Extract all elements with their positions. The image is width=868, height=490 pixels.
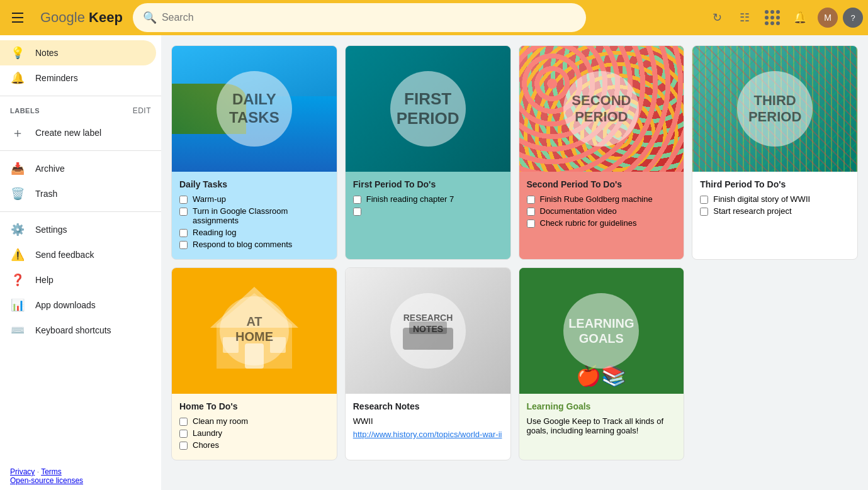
item-text: Reading log <box>193 228 236 237</box>
sidebar-item-help[interactable]: ❓ Help <box>0 267 156 292</box>
search-bar[interactable]: 🔍 <box>133 3 586 32</box>
item-text: Turn in Google Classroom assignments <box>193 206 329 225</box>
checkbox[interactable] <box>179 241 188 249</box>
sidebar-footer: Privacy · Terms Open-source licenses <box>0 462 161 490</box>
research-link[interactable]: http://www.history.com/topics/world-war-… <box>353 430 502 439</box>
note-card-research[interactable]: RESEARCH NOTES Research Notes WWII http:… <box>345 267 511 460</box>
sidebar-item-feedback[interactable]: ⚠️ Send feedback <box>0 242 156 267</box>
note-card-home[interactable]: AT HOME Home To Do's Clean my room Laund… <box>171 267 337 460</box>
menu-button[interactable] <box>5 5 30 30</box>
note-title-home: Home To Do's <box>179 401 329 411</box>
checkbox[interactable] <box>179 442 188 450</box>
create-new-label[interactable]: ＋ Create new label <box>0 120 161 145</box>
reminder-icon: 🔔 <box>10 70 25 86</box>
bell-icon: 🔔 <box>793 11 807 25</box>
note-body-second: Second Period To Do's Finish Rube Goldbe… <box>519 172 684 238</box>
note-image-research: RESEARCH NOTES <box>346 268 510 394</box>
item-text: Check rubric for guidelines <box>540 218 637 228</box>
refresh-button[interactable]: ↻ <box>704 5 730 30</box>
edit-labels-button[interactable]: EDIT <box>133 106 151 115</box>
note-card-first-period[interactable]: FIRSTPERIOD First Period To Do's Finish … <box>345 45 511 260</box>
checkbox[interactable] <box>179 196 188 204</box>
checkbox[interactable] <box>527 208 535 216</box>
svg-text:NOTES: NOTES <box>413 324 443 334</box>
topbar: Google Keep 🔍 ↻ ☷ 🔔 M ? <box>0 0 868 35</box>
search-icon: 🔍 <box>143 11 157 25</box>
note-title-research: Research Notes <box>353 401 503 411</box>
item-text: Clean my room <box>193 416 248 426</box>
privacy-link[interactable]: Privacy <box>10 467 35 476</box>
note-body-third: Third Period To Do's Finish digital stor… <box>692 172 857 226</box>
help-icon: ❓ <box>10 272 25 287</box>
sidebar-item-notes[interactable]: 💡 Notes <box>0 40 156 65</box>
list-item: Check rubric for guidelines <box>527 218 677 228</box>
sidebar: 💡 Notes 🔔 Reminders Labels EDIT ＋ Create… <box>0 35 161 490</box>
logo-text: Google Keep <box>40 9 123 26</box>
list-item: Clean my room <box>179 416 329 426</box>
help-button[interactable]: ? <box>843 8 863 28</box>
list-item: Finish reading chapter 7 <box>353 194 503 204</box>
note-card-third-period[interactable]: THIRDPERIOD Third Period To Do's Finish … <box>692 45 858 260</box>
note-title-daily: Daily Tasks <box>179 179 329 189</box>
checkbox[interactable] <box>700 208 708 216</box>
view-toggle-button[interactable]: ☷ <box>732 5 757 30</box>
note-title-third: Third Period To Do's <box>700 179 850 189</box>
keyboard-icon: ⌨️ <box>10 323 25 338</box>
sidebar-archive-label: Archive <box>35 164 65 174</box>
checkbox[interactable] <box>179 418 188 426</box>
notes-grid: DAILYTASKS Daily Tasks Warm-up Turn in G… <box>171 45 858 460</box>
checkbox[interactable] <box>179 208 188 216</box>
note-card-goals[interactable]: 🍎📚 LEARNINGGOALS Learning Goals Use Goog… <box>519 267 685 460</box>
item-text: Warm-up <box>193 194 226 204</box>
sidebar-item-settings[interactable]: ⚙️ Settings <box>0 217 156 242</box>
download-icon: 📊 <box>10 298 25 313</box>
notifications-button[interactable]: 🔔 <box>787 5 813 30</box>
list-item: Finish Rube Goldberg machine <box>527 194 677 204</box>
checkbox[interactable] <box>179 430 188 438</box>
third-period-img-text: THIRDPERIOD <box>737 71 813 147</box>
account-button[interactable]: M <box>815 5 840 30</box>
sidebar-item-keyboard[interactable]: ⌨️ Keyboard shortcuts <box>0 318 156 343</box>
note-image-goals: 🍎📚 LEARNINGGOALS <box>519 268 684 394</box>
sidebar-item-archive[interactable]: 📥 Archive <box>0 156 156 181</box>
note-card-daily-tasks[interactable]: DAILYTASKS Daily Tasks Warm-up Turn in G… <box>171 45 337 260</box>
sidebar-item-trash[interactable]: 🗑️ Trash <box>0 181 156 206</box>
sidebar-help-label: Help <box>35 275 54 285</box>
checkbox[interactable] <box>179 229 188 237</box>
item-text: Documentation video <box>540 206 617 216</box>
note-body-daily: Daily Tasks Warm-up Turn in Google Class… <box>172 172 337 259</box>
oss-link[interactable]: Open-source licenses <box>10 476 83 485</box>
settings-icon: ⚙️ <box>10 222 25 237</box>
note-image-first: FIRSTPERIOD <box>346 46 510 172</box>
sidebar-app-downloads-label: App downloads <box>35 300 96 310</box>
sidebar-item-reminders[interactable]: 🔔 Reminders <box>0 65 156 91</box>
list-item: Chores <box>179 440 329 450</box>
checkbox[interactable] <box>353 196 361 204</box>
note-title-second: Second Period To Do's <box>527 179 677 189</box>
home-illustration: AT HOME <box>204 281 305 381</box>
terms-link[interactable]: Terms <box>41 467 62 476</box>
note-body-home: Home To Do's Clean my room Laundry Chore… <box>172 394 337 460</box>
checkbox[interactable] <box>527 196 535 204</box>
item-text: Finish digital story of WWII <box>713 194 810 204</box>
checkbox[interactable] <box>527 220 535 228</box>
list-item: Warm-up <box>179 194 329 204</box>
sidebar-trash-label: Trash <box>35 189 57 199</box>
item-text: Laundry <box>193 428 222 438</box>
list-item: Documentation video <box>527 206 677 216</box>
apps-icon <box>765 10 780 25</box>
search-input[interactable] <box>162 12 576 23</box>
note-card-second-period[interactable]: SECONDPERIOD Second Period To Do's Finis… <box>519 45 685 260</box>
sidebar-notes-label: Notes <box>35 48 59 58</box>
item-text: Finish reading chapter 7 <box>366 194 454 204</box>
research-illustration: RESEARCH NOTES <box>378 281 478 381</box>
note-body-goals: Learning Goals Use Google Keep to Track … <box>519 394 684 443</box>
checkbox[interactable] <box>700 196 708 204</box>
divider-1 <box>0 96 161 96</box>
list-item: Laundry <box>179 428 329 438</box>
sidebar-reminders-label: Reminders <box>35 73 78 83</box>
apps-button[interactable] <box>760 5 785 30</box>
svg-text:RESEARCH: RESEARCH <box>403 313 453 323</box>
sidebar-item-app-downloads[interactable]: 📊 App downloads <box>0 292 156 318</box>
checkbox[interactable] <box>353 208 361 216</box>
